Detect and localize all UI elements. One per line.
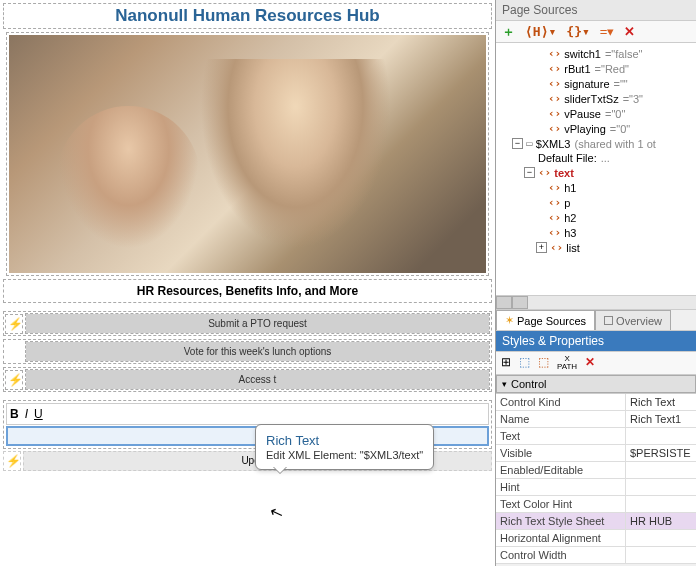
link-button-lunch[interactable]: Vote for this week's lunch options: [26, 342, 489, 361]
subtitle-text: HR Resources, Benefits Info, and More: [137, 284, 358, 298]
italic-button[interactable]: I: [25, 407, 28, 421]
element-icon: ‹›: [548, 226, 561, 239]
tree-row[interactable]: ‹›vPause="0": [498, 106, 694, 121]
tree-icon[interactable]: ⊞: [501, 355, 511, 371]
hero-image-cell: [6, 32, 489, 276]
tab-overview[interactable]: Overview: [595, 310, 671, 330]
property-value[interactable]: Rich Text: [626, 394, 696, 410]
tree-row[interactable]: −‹›text: [498, 165, 694, 180]
tooltip-desc: Edit XML Element: "$XML3/text": [266, 449, 423, 461]
tree-row[interactable]: ‹›h3: [498, 225, 694, 240]
property-row[interactable]: Enabled/Editable: [496, 462, 696, 479]
element-icon: ‹›: [548, 122, 561, 135]
tree-value: ="0": [605, 108, 625, 120]
bolt-icon: ⚡: [6, 454, 21, 468]
property-value[interactable]: HR HUB: [626, 513, 696, 529]
property-row[interactable]: Control Width: [496, 547, 696, 564]
property-name: Control Kind: [496, 394, 626, 410]
property-value[interactable]: [626, 496, 696, 512]
tree-row[interactable]: ‹›p: [498, 195, 694, 210]
tree-row[interactable]: ‹›switch1="false": [498, 46, 694, 61]
bold-button[interactable]: B: [10, 407, 19, 421]
element-icon: ‹›: [548, 62, 561, 75]
property-row[interactable]: Rich Text Style SheetHR HUB: [496, 513, 696, 530]
property-row[interactable]: Text: [496, 428, 696, 445]
tree-label: h3: [564, 227, 576, 239]
tree-value: (shared with 1 ot: [574, 138, 655, 150]
property-row[interactable]: Control KindRich Text: [496, 394, 696, 411]
tree-value: ="3": [623, 93, 643, 105]
property-value[interactable]: [626, 479, 696, 495]
property-name: Text Color Hint: [496, 496, 626, 512]
tree-row[interactable]: ‹›h2: [498, 210, 694, 225]
property-row[interactable]: NameRich Text1: [496, 411, 696, 428]
tree-row[interactable]: ‹›signature="": [498, 76, 694, 91]
xml-icon[interactable]: ⟨H⟩▾: [525, 24, 556, 39]
tree-label: $XML3: [536, 138, 571, 150]
property-name: Horizontal Alignment: [496, 530, 626, 546]
hero-image: [9, 35, 486, 273]
element-icon: ‹›: [548, 77, 561, 90]
link-button-pto[interactable]: Submit a PTO request: [26, 314, 489, 333]
tree-label: vPause: [564, 108, 601, 120]
property-row[interactable]: Visible$PERSISTE: [496, 445, 696, 462]
tree-row[interactable]: ‹›sliderTxtSz="3": [498, 91, 694, 106]
property-value[interactable]: $PERSISTE: [626, 445, 696, 461]
underline-button[interactable]: U: [34, 407, 43, 421]
tree-value: ="0": [610, 123, 630, 135]
add-icon[interactable]: ＋: [502, 23, 515, 41]
tree-row[interactable]: ‹›rBut1="Red": [498, 61, 694, 76]
property-name: Control Width: [496, 547, 626, 563]
doc-icon: ▭: [526, 137, 533, 150]
attr-icon[interactable]: =▾: [600, 24, 615, 39]
tree-label: rBut1: [564, 63, 590, 75]
tree-label: Default File:: [538, 152, 597, 164]
property-grid[interactable]: Control KindRich TextNameRich Text1TextV…: [496, 393, 696, 564]
xpath-icon[interactable]: XPATH: [557, 355, 577, 371]
horizontal-scrollbar[interactable]: [496, 295, 696, 309]
tree-expander-icon[interactable]: −: [512, 138, 523, 149]
tree-expander-icon[interactable]: +: [536, 242, 547, 253]
tree-row[interactable]: Default File:...: [498, 151, 694, 165]
link-row-2: ⚡ Access t: [5, 369, 490, 390]
source-tree[interactable]: ‹›switch1="false"‹›rBut1="Red"‹›signatur…: [496, 43, 696, 295]
style-icon-2[interactable]: ⬚: [538, 355, 549, 371]
property-row[interactable]: Text Color Hint: [496, 496, 696, 513]
element-icon: ‹›: [548, 181, 561, 194]
link-row-0: ⚡ Submit a PTO request: [5, 313, 490, 334]
tree-row[interactable]: ‹›vPlaying="0": [498, 121, 694, 136]
tree-label: h1: [564, 182, 576, 194]
property-value[interactable]: [626, 428, 696, 444]
subtitle-cell: HR Resources, Benefits Info, and More: [3, 279, 492, 303]
delete-icon[interactable]: ✕: [624, 24, 635, 39]
property-value[interactable]: [626, 530, 696, 546]
tree-label: h2: [564, 212, 576, 224]
bolt-icon: ⚡: [8, 373, 23, 387]
checkbox-icon: [604, 316, 613, 325]
property-row[interactable]: Hint: [496, 479, 696, 496]
property-name: Name: [496, 411, 626, 427]
delete-style-icon[interactable]: ✕: [585, 355, 595, 371]
control-section-header[interactable]: ▾ Control: [496, 375, 696, 393]
tree-row[interactable]: ‹›h1: [498, 180, 694, 195]
tooltip: Rich Text Edit XML Element: "$XML3/text": [255, 424, 434, 470]
link-button-access[interactable]: Access t: [26, 370, 489, 389]
page-sources-title: Page Sources: [496, 0, 696, 21]
property-value[interactable]: [626, 462, 696, 478]
style-icon-1[interactable]: ⬚: [519, 355, 530, 371]
tab-page-sources[interactable]: ✶ Page Sources: [496, 310, 595, 330]
page-sources-toolbar: ＋ ⟨H⟩▾ {}▾ =▾ ✕: [496, 21, 696, 43]
collapse-icon[interactable]: ▾: [502, 379, 507, 389]
property-name: Text: [496, 428, 626, 444]
tree-expander-icon[interactable]: −: [524, 167, 535, 178]
tree-value: ="": [614, 78, 628, 90]
tree-row[interactable]: +‹›list: [498, 240, 694, 255]
property-row[interactable]: Horizontal Alignment: [496, 530, 696, 547]
element-icon[interactable]: {}▾: [566, 24, 589, 39]
title-cell: Nanonull Human Resources Hub: [3, 3, 492, 29]
property-name: Rich Text Style Sheet: [496, 513, 626, 529]
property-value[interactable]: [626, 547, 696, 563]
tree-value: ...: [601, 152, 610, 164]
tree-row[interactable]: −▭$XML3(shared with 1 ot: [498, 136, 694, 151]
property-value[interactable]: Rich Text1: [626, 411, 696, 427]
